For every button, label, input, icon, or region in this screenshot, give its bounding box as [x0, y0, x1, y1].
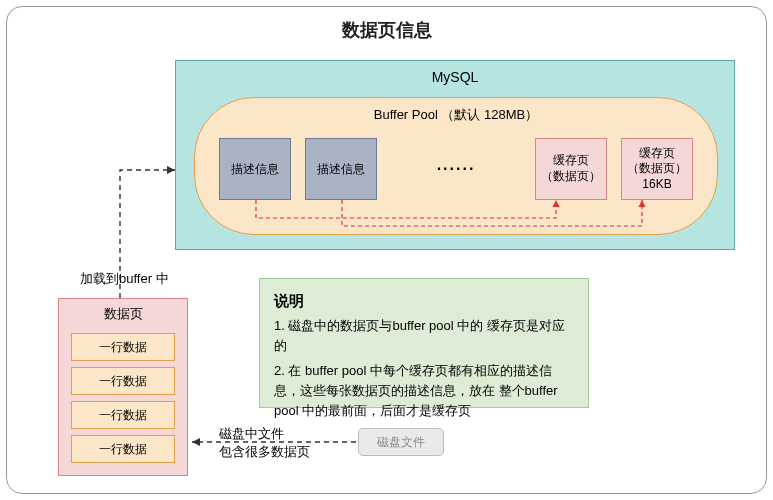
explanation-line-1: 1. 磁盘中的数据页与buffer pool 中的 缓存页是对应的 [274, 316, 574, 356]
description-box-1: 描述信息 [219, 138, 291, 200]
mysql-label: MySQL [176, 61, 734, 89]
data-page-container: 数据页 一行数据 一行数据 一行数据 一行数据 [58, 298, 188, 476]
load-to-buffer-label: 加载到buffer 中 [80, 270, 169, 288]
disk-file-description: 磁盘中文件包含很多数据页 [219, 425, 310, 461]
ellipsis-icon: ······ [391, 160, 521, 178]
data-row: 一行数据 [71, 333, 175, 361]
data-row: 一行数据 [71, 401, 175, 429]
explanation-title: 说明 [274, 289, 574, 312]
data-row: 一行数据 [71, 367, 175, 395]
mysql-container: MySQL Buffer Pool （默认 128MB） 描述信息 描述信息 ·… [175, 60, 735, 250]
data-row: 一行数据 [71, 435, 175, 463]
disk-file-box: 磁盘文件 [358, 428, 444, 456]
cache-page-box-2: 缓存页（数据页）16KB [621, 138, 693, 200]
explanation-panel: 说明 1. 磁盘中的数据页与buffer pool 中的 缓存页是对应的 2. … [259, 278, 589, 408]
description-box-2: 描述信息 [305, 138, 377, 200]
cache-page-box-1: 缓存页（数据页） [535, 138, 607, 200]
explanation-line-2: 2. 在 buffer pool 中每个缓存页都有相应的描述信息，这些每张数据页… [274, 361, 574, 421]
buffer-pool-label: Buffer Pool （默认 128MB） [195, 98, 717, 124]
buffer-pool-items: 描述信息 描述信息 ······ 缓存页（数据页） 缓存页（数据页）16KB [219, 138, 693, 200]
buffer-pool-container: Buffer Pool （默认 128MB） 描述信息 描述信息 ······ … [194, 97, 718, 235]
diagram-title: 数据页信息 [0, 18, 773, 42]
data-page-title: 数据页 [59, 299, 187, 327]
